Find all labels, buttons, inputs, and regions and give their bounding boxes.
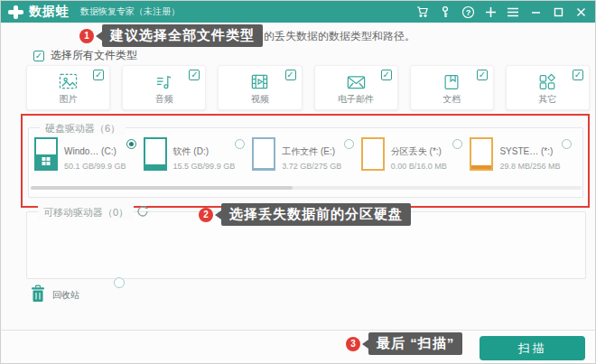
app-logo-text: 数据蛙 [29,4,70,20]
drive-radio[interactable] [562,139,572,149]
hard-disk-icon [34,137,58,171]
select-all-label: 选择所有文件类型 [51,48,137,63]
drive-name: 分区丢失 (*:) [391,146,442,156]
documents-checkbox[interactable] [477,70,488,80]
drive-name: 工作文件 (E:) [282,146,335,156]
drive-name: 软件 (D:) [173,146,209,156]
titlebar-buttons: ? [415,5,588,19]
drive-radio[interactable] [344,139,354,149]
document-icon [442,70,461,91]
annotation-1-number: 1 [79,29,94,43]
drive-capacity: 50.1 GB/99.9 GB [64,162,126,171]
recycle-bin-item[interactable]: 回收站 [31,285,79,306]
audio-icon [154,70,174,91]
file-type-card-other[interactable]: 其它 [506,65,590,110]
select-all-checkbox[interactable] [33,51,44,61]
annotation-3-text: 最后 “扫描” [368,332,462,355]
scan-button[interactable]: 扫描 [480,336,585,360]
drive-capacity: 29.8 MB/256 MB [499,162,560,171]
file-type-label: 视频 [251,93,269,106]
annotation-1: 1 建议选择全部文件类型 [79,24,263,47]
drive-scrollbar [31,186,582,190]
recycle-bin-label: 回收站 [52,289,79,302]
maximize-icon[interactable] [551,5,565,19]
menu-icon[interactable] [506,5,520,19]
drive-capacity: 0.00 B/16.0 MB [391,162,447,171]
video-icon [249,70,270,91]
removable-drives-title: 可移动驱动器（0） [38,206,134,219]
svg-text:?: ? [465,7,470,16]
recycle-bin-radio[interactable] [114,277,125,288]
drive-radio[interactable] [452,139,462,149]
email-checkbox[interactable] [381,70,392,80]
email-icon [346,70,367,91]
minimize-icon[interactable] [528,5,543,19]
key-icon[interactable] [438,5,452,19]
drive-name: SYSTE… (*:) [499,146,553,156]
file-type-label: 其它 [538,93,556,106]
hard-disk-icon [470,137,493,171]
app-window: 数据蛙 数据恢复专家（未注册） ? [0,0,596,364]
annotation-arrow [96,32,102,41]
file-type-label: 音频 [155,93,173,106]
hard-disk-icon [144,137,167,171]
select-all-file-types[interactable]: 选择所有文件类型 [33,48,137,63]
video-checkbox[interactable] [285,70,296,80]
drive-capacity: 3.72 GB/275 GB [282,162,341,171]
page-description: 扫描的丢失数据的数据类型和路径。 [242,29,415,44]
file-type-label: 文档 [442,93,461,106]
drive-radio[interactable] [235,139,245,149]
hard-disk-icon [361,137,385,171]
windows-logo-icon [42,157,51,165]
drive-name: Windo… (C:) [64,146,116,156]
image-icon [58,70,79,91]
close-icon[interactable] [573,5,588,19]
annotation-arrow [362,340,368,349]
images-checkbox[interactable] [93,70,104,80]
file-type-label: 电子邮件 [338,93,374,106]
file-type-card-documents[interactable]: 文档 [410,65,494,110]
cart-icon[interactable] [415,5,430,19]
app-logo-icon [8,5,23,19]
annotation-arrow [215,210,221,219]
hard-drives-title: 硬盘驱动器（6） [40,122,126,135]
annotation-2-text: 选择丢失数据前的分区硬盘 [221,203,411,226]
drive-capacity: 15.5 GB/99.9 GB [173,162,236,171]
drive-radio[interactable] [126,139,136,149]
annotation-3-number: 3 [346,337,360,351]
file-type-card-images[interactable]: 图片 [26,65,110,110]
file-type-card-video[interactable]: 视频 [218,65,302,110]
file-type-card-email[interactable]: 电子邮件 [314,65,398,110]
help-icon[interactable]: ? [461,5,475,19]
plus-icon[interactable] [483,5,498,19]
annotation-3: 3 最后 “扫描” [346,332,462,355]
titlebar: 数据蛙 数据恢复专家（未注册） ? [1,1,595,23]
other-icon [537,70,557,91]
hard-disk-icon [252,137,275,171]
drive-scrollbar-thumb[interactable] [31,186,293,190]
file-type-row: 图片 音频 视频 [26,65,590,110]
annotation-2-number: 2 [199,208,213,222]
app-subtitle: 数据恢复专家（未注册） [80,5,180,18]
trash-icon [31,285,45,306]
file-type-card-audio[interactable]: 音频 [122,65,206,110]
refresh-icon[interactable] [136,205,149,221]
audio-checkbox[interactable] [189,70,200,80]
file-type-label: 图片 [60,93,78,106]
other-checkbox[interactable] [573,70,583,80]
annotation-2: 2 选择丢失数据前的分区硬盘 [199,203,411,226]
footer-bar: 3 最后 “扫描” 扫描 [1,330,595,364]
annotation-1-text: 建议选择全部文件类型 [102,24,263,47]
